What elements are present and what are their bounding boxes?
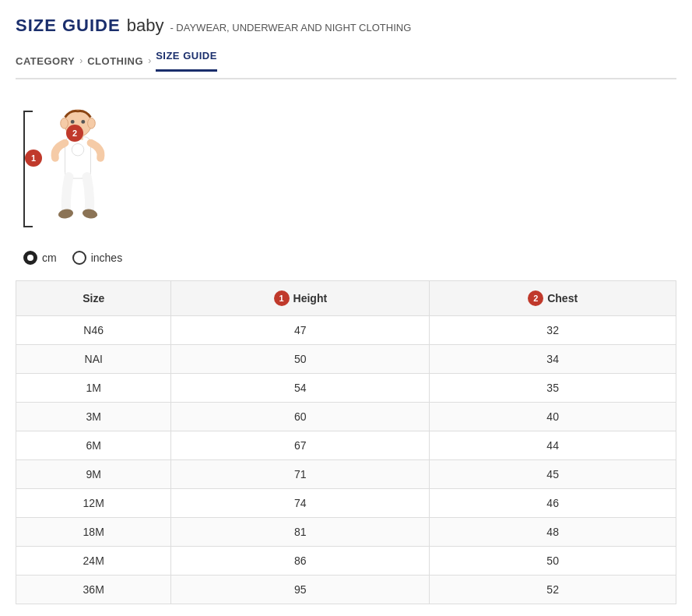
inches-option[interactable]: inches — [72, 251, 122, 265]
cell-chest: 35 — [430, 374, 676, 403]
cell-height: 54 — [171, 374, 430, 403]
breadcrumb-clothing[interactable]: CLOTHING — [87, 55, 143, 67]
cell-height: 86 — [171, 547, 430, 576]
height-bracket — [23, 111, 33, 227]
table-row: 18M 81 48 — [16, 518, 676, 547]
cell-size: N46 — [16, 316, 171, 345]
svg-rect-6 — [65, 137, 91, 178]
col-header-chest: 2 Chest — [430, 281, 676, 316]
figure-container: 1 — [23, 103, 148, 235]
svg-point-8 — [72, 143, 84, 156]
page-wrapper: SIZE GUIDE baby - DAYWEAR, UNDERWEAR AND… — [0, 0, 692, 616]
table-header: Size 1 Height 2 Chest — [16, 281, 676, 316]
table-row: 1M 54 35 — [16, 374, 676, 403]
cell-size: 3M — [16, 403, 171, 431]
table-row: 3M 60 40 — [16, 403, 676, 431]
cell-size: 36M — [16, 576, 171, 604]
cell-chest: 50 — [430, 547, 676, 576]
badge-2: 2 — [66, 125, 83, 142]
page-title-section: SIZE GUIDE baby - DAYWEAR, UNDERWEAR AND… — [16, 16, 676, 36]
breadcrumb-sep-1: › — [79, 55, 83, 66]
svg-point-3 — [71, 120, 75, 124]
cell-chest: 45 — [430, 460, 676, 489]
header-row: Size 1 Height 2 Chest — [16, 281, 676, 316]
breadcrumb-size-guide[interactable]: SIZE GUIDE — [156, 50, 217, 72]
cell-chest: 40 — [430, 403, 676, 431]
table-row: 6M 67 44 — [16, 431, 676, 460]
inches-radio[interactable] — [72, 251, 86, 265]
cell-chest: 46 — [430, 489, 676, 518]
cell-height: 81 — [171, 518, 430, 547]
cell-height: 74 — [171, 489, 430, 518]
table-row: 24M 86 50 — [16, 547, 676, 576]
cell-chest: 34 — [430, 345, 676, 374]
cell-height: 47 — [171, 316, 430, 345]
cell-chest: 44 — [430, 431, 676, 460]
svg-point-4 — [81, 120, 85, 124]
table-row: 12M 74 46 — [16, 489, 676, 518]
cell-height: 95 — [171, 576, 430, 604]
svg-point-9 — [58, 208, 74, 220]
svg-point-2 — [88, 118, 96, 129]
figure-section: 1 — [16, 103, 676, 265]
cell-size: NAI — [16, 345, 171, 374]
table-row: N46 47 32 — [16, 316, 676, 345]
cell-height: 67 — [171, 431, 430, 460]
unit-selector: cm inches — [23, 251, 122, 265]
size-table: Size 1 Height 2 Chest N46 47 — [16, 280, 676, 604]
cell-height: 50 — [171, 345, 430, 374]
cell-chest: 32 — [430, 316, 676, 345]
breadcrumb-sep-2: › — [148, 55, 151, 66]
col-header-size: Size — [16, 281, 171, 316]
cell-chest: 48 — [430, 518, 676, 547]
cell-height: 71 — [171, 460, 430, 489]
inches-label: inches — [91, 252, 122, 264]
chest-col-badge: 2 — [528, 290, 543, 306]
cell-chest: 52 — [430, 576, 676, 604]
height-col-badge: 1 — [274, 290, 290, 306]
table-body: N46 47 32 NAI 50 34 1M 54 35 3M 60 40 6M… — [16, 316, 676, 604]
col-header-height: 1 Height — [171, 281, 430, 316]
cm-option[interactable]: cm — [23, 251, 57, 265]
title-main: SIZE GUIDE — [16, 16, 121, 36]
cell-size: 1M — [16, 374, 171, 403]
title-desc: - DAYWEAR, UNDERWEAR AND NIGHT CLOTHING — [170, 22, 411, 33]
cell-size: 12M — [16, 489, 171, 518]
title-sub: baby — [127, 16, 164, 36]
cell-size: 9M — [16, 460, 171, 489]
svg-point-1 — [61, 118, 68, 129]
cell-height: 60 — [171, 403, 430, 431]
table-row: NAI 50 34 — [16, 345, 676, 374]
cell-size: 6M — [16, 431, 171, 460]
cell-size: 18M — [16, 518, 171, 547]
badge-1: 1 — [25, 150, 42, 167]
table-row: 36M 95 52 — [16, 576, 676, 604]
breadcrumb-category[interactable]: CATEGORY — [16, 55, 75, 67]
breadcrumb: CATEGORY › CLOTHING › SIZE GUIDE — [16, 50, 676, 79]
cm-radio[interactable] — [23, 251, 37, 265]
table-row: 9M 71 45 — [16, 460, 676, 489]
cm-label: cm — [42, 252, 57, 264]
cell-size: 24M — [16, 547, 171, 576]
svg-point-10 — [82, 208, 98, 220]
